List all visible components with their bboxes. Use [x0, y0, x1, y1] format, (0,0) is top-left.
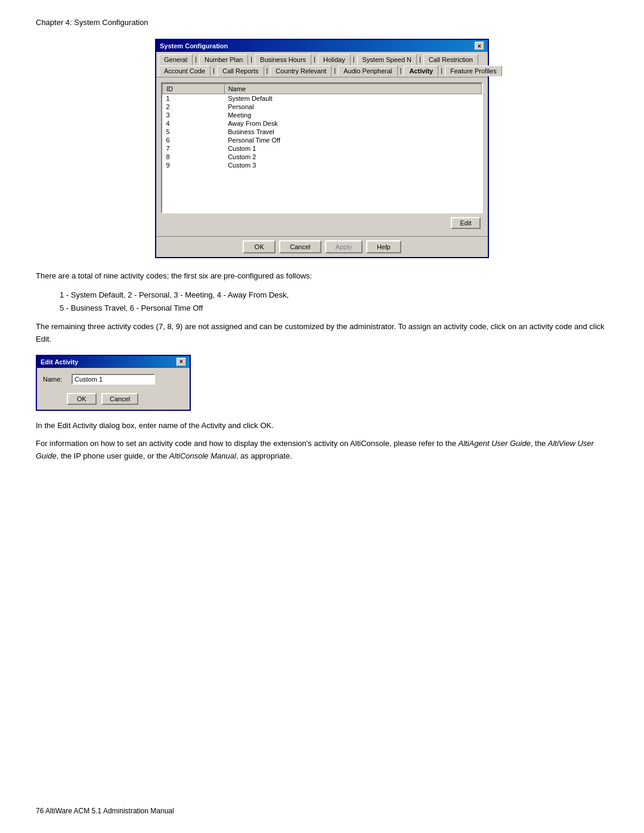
row-id: 8 — [163, 153, 225, 161]
dialog-title: System Configuration — [160, 42, 228, 49]
row-id: 6 — [163, 136, 225, 144]
system-config-dialog: System Configuration × General | Number … — [155, 39, 489, 258]
edit-button[interactable]: Edit — [451, 217, 481, 229]
dialog-bottom-buttons: OK Cancel Apply Help — [156, 236, 488, 257]
edit-cancel-button[interactable]: Cancel — [101, 393, 138, 405]
tab-row-2: Account Code | Call Reports | Country Re… — [159, 66, 485, 76]
col-name: Name — [224, 84, 481, 94]
body-text-4: For information on how to set an activit… — [36, 438, 608, 463]
dialog-titlebar: System Configuration × — [156, 40, 488, 52]
table-row[interactable]: 4 Away From Desk — [163, 119, 482, 128]
activity-table-wrapper: ID Name 1 System Default 2 Personal — [161, 82, 483, 213]
body-text-4-part1: For information on how to set an activit… — [36, 439, 458, 448]
tab-holiday[interactable]: Holiday — [318, 54, 351, 65]
row-name: Personal Time Off — [224, 136, 481, 144]
body-text-3: In the Edit Activity dialog box, enter n… — [36, 420, 608, 432]
tab-separator-4: | — [352, 54, 356, 65]
apply-button[interactable]: Apply — [325, 240, 363, 253]
table-row[interactable]: 5 Business Travel — [163, 128, 482, 136]
body-text-1: There are a total of nine activity codes… — [36, 270, 608, 283]
row-name: Personal — [224, 103, 481, 111]
row-name: Custom 1 — [224, 144, 481, 153]
footer-text: 76 AltiWare ACM 5.1 Administration Manua… — [36, 807, 174, 815]
row-id: 7 — [163, 144, 225, 153]
tab-general[interactable]: General — [159, 54, 193, 65]
body-list-item-1: 1 - System Default, 2 - Personal, 3 - Me… — [60, 289, 608, 302]
tab-number-plan[interactable]: Number Plan — [199, 54, 248, 65]
dialog-close-button[interactable]: × — [475, 42, 484, 50]
help-button[interactable]: Help — [366, 240, 401, 253]
table-row[interactable]: 9 Custom 3 — [163, 161, 482, 169]
tab-account-code[interactable]: Account Code — [159, 66, 210, 76]
row-id: 9 — [163, 161, 225, 169]
edit-dialog-content: Name: — [37, 368, 190, 391]
row-id: 3 — [163, 111, 225, 119]
row-name: Custom 2 — [224, 153, 481, 161]
body-text-2: The remaining three activity codes (7, 8… — [36, 321, 608, 346]
tab-separator-10: | — [439, 66, 444, 76]
ok-button[interactable]: OK — [243, 240, 275, 253]
row-id: 5 — [163, 128, 225, 136]
tab-separator-2: | — [249, 54, 253, 65]
tab-country-relevant[interactable]: Country Relevant — [270, 66, 332, 76]
row-name: Away From Desk — [224, 119, 481, 128]
edit-dialog-titlebar: Edit Activity × — [37, 356, 190, 368]
tab-separator-9: | — [399, 66, 403, 76]
table-row[interactable]: 8 Custom 2 — [163, 153, 482, 161]
table-row[interactable]: 1 System Default — [163, 94, 482, 103]
col-id: ID — [163, 84, 225, 94]
tab-call-restriction[interactable]: Call Restriction — [423, 54, 478, 65]
table-header-row: ID Name — [163, 84, 482, 94]
body-text-4-italic3: AltiConsole Manual — [169, 451, 236, 460]
row-id: 2 — [163, 103, 225, 111]
row-name: Business Travel — [224, 128, 481, 136]
table-row[interactable]: 2 Personal — [163, 103, 482, 111]
tab-feature-profiles[interactable]: Feature Profiles — [445, 66, 502, 76]
tab-separator-1: | — [194, 54, 198, 65]
row-id: 1 — [163, 94, 225, 103]
tab-separator-3: | — [312, 54, 317, 65]
edit-activity-dialog: Edit Activity × Name: OK Cancel — [36, 355, 191, 411]
dialog-content: ID Name 1 System Default 2 Personal — [156, 77, 488, 236]
tab-separator-8: | — [333, 66, 337, 76]
edit-ok-button[interactable]: OK — [67, 393, 97, 405]
edit-activity-container: Edit Activity × Name: OK Cancel — [36, 355, 608, 411]
table-row[interactable]: 7 Custom 1 — [163, 144, 482, 153]
body-list: 1 - System Default, 2 - Personal, 3 - Me… — [60, 289, 608, 315]
body-text-4-part2: , the — [531, 439, 548, 448]
page-footer: 76 AltiWare ACM 5.1 Administration Manua… — [36, 807, 174, 815]
edit-name-label: Name: — [43, 376, 67, 383]
row-name: Meeting — [224, 111, 481, 119]
row-name: Custom 3 — [224, 161, 481, 169]
row-id: 4 — [163, 119, 225, 128]
body-text-4-part4: , as appropriate. — [236, 451, 292, 460]
row-name: System Default — [224, 94, 481, 103]
edit-dialog-buttons: OK Cancel — [37, 391, 190, 410]
tab-separator-5: | — [418, 54, 422, 65]
table-row[interactable]: 3 Meeting — [163, 111, 482, 119]
edit-button-row: Edit — [161, 213, 483, 231]
table-row[interactable]: 6 Personal Time Off — [163, 136, 482, 144]
edit-name-row: Name: — [43, 374, 184, 385]
edit-dialog-title: Edit Activity — [41, 358, 78, 366]
tab-separator-6: | — [212, 66, 216, 76]
chapter-title: Chapter 4: System Configuration — [36, 18, 608, 27]
tab-business-hours[interactable]: Business Hours — [255, 54, 311, 65]
tab-audio-peripheral[interactable]: Audio Peripheral — [338, 66, 397, 76]
edit-dialog-close-button[interactable]: × — [177, 358, 186, 366]
tab-row-1: General | Number Plan | Business Hours |… — [159, 54, 485, 65]
tab-container: General | Number Plan | Business Hours |… — [156, 52, 488, 77]
cancel-button[interactable]: Cancel — [279, 240, 321, 253]
tab-separator-7: | — [265, 66, 270, 76]
edit-name-input[interactable] — [72, 374, 155, 385]
tab-call-reports[interactable]: Call Reports — [217, 66, 264, 76]
activity-table: ID Name 1 System Default 2 Personal — [162, 83, 482, 169]
system-config-dialog-container: System Configuration × General | Number … — [36, 39, 608, 258]
body-text-4-italic1: AltiAgent User Guide — [458, 439, 530, 448]
body-text-4-part3: , the IP phone user guide, or the — [57, 451, 169, 460]
body-list-item-2: 5 - Business Travel, 6 - Personal Time O… — [60, 302, 608, 315]
tab-system-speed[interactable]: System Speed N — [357, 54, 417, 65]
tab-activity[interactable]: Activity — [404, 66, 438, 76]
